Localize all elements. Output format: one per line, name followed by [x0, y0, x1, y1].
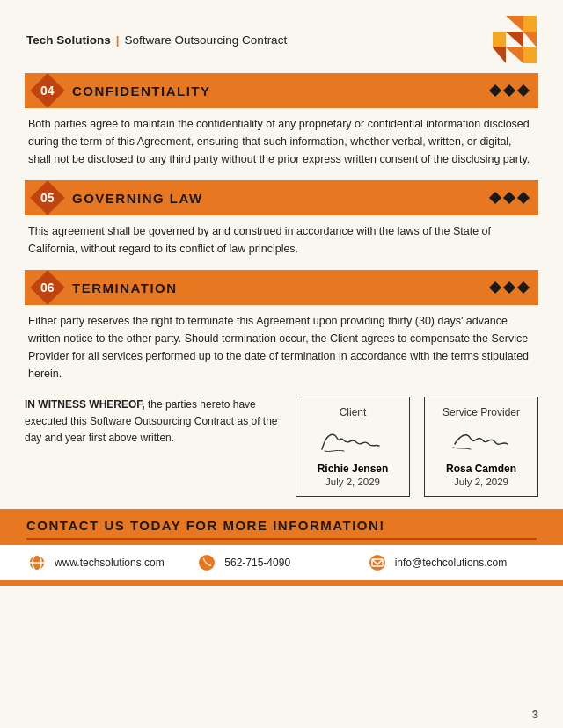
phone-icon — [196, 552, 217, 573]
section-number-04: 04 — [30, 73, 65, 108]
diamond-1 — [489, 281, 501, 294]
footer-contacts: www.techsolutions.com 562-715-4090 info@… — [0, 545, 563, 580]
section-governing-law: 05 GOVERNING LAW This agreement shall be… — [25, 180, 538, 263]
contact-website: www.techsolutions.com — [26, 552, 196, 573]
client-signature-image — [309, 424, 397, 457]
client-name: Richie Jensen — [309, 462, 397, 475]
section-header-06: 06 TERMINATION — [25, 270, 538, 305]
section-diamonds-05 — [491, 193, 528, 202]
section-termination: 06 TERMINATION Either party reserves the… — [25, 270, 538, 388]
header-title: Tech Solutions|Software Outsourcing Cont… — [26, 33, 287, 47]
email-icon — [367, 552, 388, 573]
section-header-05: 05 GOVERNING LAW — [25, 180, 538, 215]
email-text: info@techcolutions.com — [395, 557, 508, 569]
diamond-2 — [503, 84, 515, 97]
footer-cta: CONTACT US TODAY FOR MORE INFORMATION! w… — [0, 509, 563, 586]
diamond-1 — [489, 84, 501, 97]
document-title: Software Outsourcing Contract — [125, 33, 288, 47]
section-number-05: 05 — [30, 180, 65, 215]
diamond-1 — [489, 192, 501, 204]
witness-text: IN WITNESS WHEREOF, the parties hereto h… — [25, 397, 282, 448]
svg-marker-6 — [493, 47, 506, 63]
svg-marker-4 — [493, 32, 506, 47]
website-text: www.techsolutions.com — [55, 557, 165, 569]
diamond-3 — [517, 192, 530, 204]
diamond-3 — [517, 84, 530, 97]
section-confidentiality: 04 CONFIDENTIALITY Both parties agree to… — [25, 73, 538, 173]
section-title-04: CONFIDENTIALITY — [72, 84, 491, 98]
section-body-06: Either party reserves the right to termi… — [25, 312, 538, 388]
footer-cta-title: CONTACT US TODAY FOR MORE INFORMATION! — [26, 518, 537, 533]
section-header-04: 04 CONFIDENTIALITY — [25, 73, 538, 108]
section-diamonds-04 — [491, 86, 528, 95]
section-title-06: TERMINATION — [72, 280, 491, 295]
svg-marker-7 — [523, 47, 537, 63]
client-date: July 2, 2029 — [309, 477, 397, 487]
globe-icon — [26, 552, 48, 573]
diamond-2 — [503, 281, 515, 294]
section-number-06: 06 — [30, 270, 65, 305]
svg-marker-1 — [523, 16, 537, 32]
svg-marker-2 — [506, 32, 523, 47]
section-diamonds-06 — [491, 283, 528, 292]
section-body-05: This agreement shall be governed by and … — [25, 222, 538, 263]
section-body-04: Both parties agree to maintain the confi… — [25, 115, 538, 173]
header: Tech Solutions|Software Outsourcing Cont… — [0, 0, 563, 73]
company-name: Tech Solutions — [26, 33, 111, 47]
witness-section: IN WITNESS WHEREOF, the parties hereto h… — [25, 397, 538, 497]
header-separator: | — [116, 33, 120, 47]
footer-divider — [26, 538, 537, 540]
contact-email: info@techcolutions.com — [367, 552, 537, 573]
client-label: Client — [309, 406, 397, 419]
page-number: 3 — [532, 708, 538, 721]
contact-phone: 562-715-4090 — [196, 552, 366, 573]
provider-signature-box: Service Provider Rosa Camden July 2, 202… — [424, 397, 538, 497]
svg-marker-3 — [523, 32, 537, 47]
provider-label: Service Provider — [437, 406, 525, 419]
svg-marker-0 — [506, 16, 523, 32]
company-logo — [475, 16, 537, 64]
provider-signature-image — [437, 424, 525, 457]
witness-intro-bold: IN WITNESS WHEREOF, — [25, 398, 145, 411]
client-signature-box: Client Richie Jensen July 2, 2029 — [296, 397, 410, 497]
section-title-05: GOVERNING LAW — [72, 191, 491, 206]
phone-text: 562-715-4090 — [224, 557, 290, 569]
provider-date: July 2, 2029 — [437, 477, 525, 487]
diamond-2 — [503, 192, 515, 204]
diamond-3 — [517, 281, 530, 294]
svg-marker-5 — [506, 47, 523, 63]
provider-name: Rosa Camden — [437, 462, 525, 475]
